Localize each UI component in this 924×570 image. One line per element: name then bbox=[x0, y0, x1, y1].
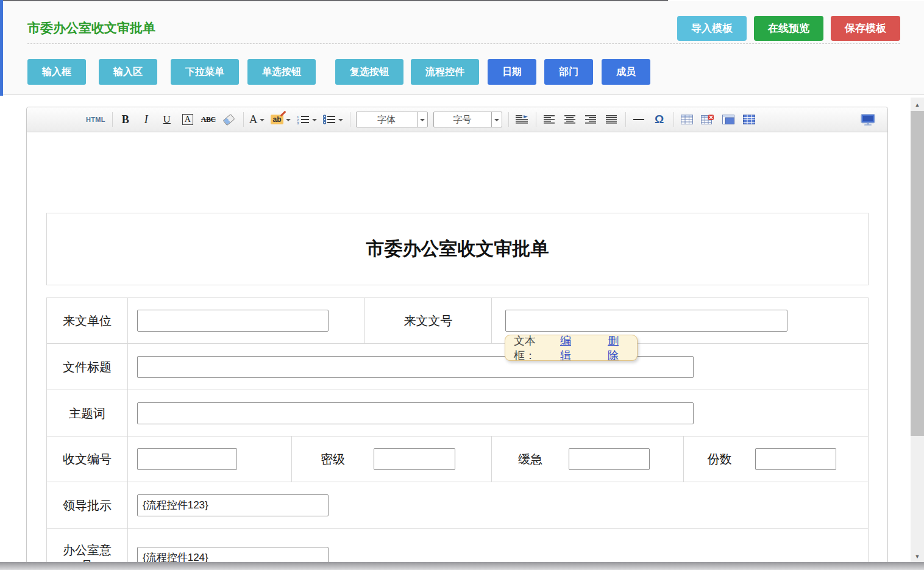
widget-dropdown-button[interactable]: 下拉菜单 bbox=[171, 59, 239, 85]
widget-date-button[interactable]: 日期 bbox=[488, 59, 536, 85]
document-title: 市委办公室收文审批单 bbox=[366, 237, 549, 262]
chevron-down-icon[interactable] bbox=[417, 112, 427, 127]
table-cell bbox=[128, 482, 868, 528]
bold-icon[interactable]: B bbox=[118, 112, 133, 127]
doc-number-input[interactable] bbox=[505, 310, 787, 332]
unordered-list-glyph bbox=[323, 115, 336, 124]
indent-icon[interactable] bbox=[514, 112, 529, 127]
delete-table-icon[interactable] bbox=[700, 112, 715, 127]
table-cell bbox=[128, 344, 868, 390]
label-subject-words: 主题词 bbox=[47, 390, 128, 436]
editor-toolbar: HTML B I U A ABC A ab 1 2 3 bbox=[27, 107, 887, 132]
document-form-table: 来文单位 来文文号 文件标题 主题词 bbox=[46, 297, 869, 570]
subject-words-input[interactable] bbox=[137, 402, 694, 424]
label-secrecy: 密级 bbox=[292, 451, 374, 468]
widget-input-box-button[interactable]: 输入框 bbox=[27, 59, 86, 85]
editor-canvas[interactable]: 市委办公室收文审批单 来文单位 来文文号 文件标题 bbox=[27, 132, 887, 570]
scroll-down-arrow-icon[interactable]: ▼ bbox=[911, 553, 924, 560]
sender-unit-input[interactable] bbox=[137, 310, 329, 332]
widget-button-row: 输入框 输入区 下拉菜单 单选按钮 复选按钮 流程控件 日期 部门 成员 bbox=[27, 59, 650, 85]
table-cell bbox=[128, 436, 292, 482]
table-cell-properties-icon[interactable] bbox=[721, 112, 736, 127]
strikethrough-icon[interactable]: ABC bbox=[201, 112, 216, 127]
table-row: 收文编号 密级 缓急 份数 bbox=[47, 436, 868, 482]
table-cell: 密级 bbox=[292, 436, 492, 482]
chevron-down-icon bbox=[312, 119, 317, 124]
scrollbar-thumb[interactable] bbox=[911, 111, 924, 436]
window-bottom-edge bbox=[0, 562, 924, 570]
highlight-color-icon[interactable]: ab bbox=[271, 112, 290, 127]
tooltip-edit-link[interactable]: 编辑 bbox=[560, 333, 581, 363]
toolbar-separator bbox=[673, 112, 674, 127]
document-title-cell: 市委办公室收文审批单 bbox=[46, 213, 869, 285]
ordered-list-icon[interactable]: 1 2 3 bbox=[297, 112, 317, 127]
widget-department-button[interactable]: 部门 bbox=[544, 59, 593, 85]
fullscreen-icon[interactable] bbox=[861, 112, 875, 127]
table-row: 领导批示 bbox=[47, 482, 868, 529]
underline-icon[interactable]: U bbox=[160, 112, 174, 127]
indent-glyph bbox=[516, 115, 528, 124]
toolbar-separator bbox=[508, 112, 509, 127]
widget-radio-button[interactable]: 单选按钮 bbox=[247, 59, 316, 85]
italic-icon[interactable]: I bbox=[139, 112, 154, 127]
background-window-stripe bbox=[0, 0, 3, 96]
label-copies: 份数 bbox=[684, 451, 755, 468]
table-cell: 缓急 bbox=[492, 436, 684, 482]
monitor-icon bbox=[861, 114, 875, 126]
urgency-input[interactable] bbox=[569, 448, 650, 470]
widget-action-tooltip: 文本框： 编辑 删除 bbox=[505, 335, 638, 361]
chevron-down-icon bbox=[286, 119, 291, 124]
widget-input-area-button[interactable]: 输入区 bbox=[99, 59, 157, 85]
font-color-icon[interactable]: A bbox=[249, 112, 265, 127]
label-leader-note: 领导批示 bbox=[47, 482, 128, 528]
font-size-select[interactable]: 字号 bbox=[433, 112, 502, 127]
leader-note-input[interactable] bbox=[137, 494, 329, 516]
special-character-icon[interactable]: Ω bbox=[652, 112, 667, 127]
widget-member-button[interactable]: 成员 bbox=[602, 59, 650, 85]
vertical-scrollbar[interactable]: ▲ ▼ bbox=[911, 98, 924, 570]
toolbar-separator bbox=[350, 112, 350, 127]
secrecy-input[interactable] bbox=[374, 448, 455, 470]
label-sender-unit: 来文单位 bbox=[47, 298, 128, 343]
save-template-button[interactable]: 保存模板 bbox=[831, 16, 900, 41]
table-row: 文件标题 bbox=[47, 344, 868, 390]
dashed-divider bbox=[27, 43, 900, 44]
eraser-icon bbox=[223, 113, 235, 125]
html-source-icon[interactable]: HTML bbox=[86, 112, 105, 127]
toolbar-separator bbox=[625, 112, 626, 127]
receive-number-input[interactable] bbox=[137, 448, 237, 470]
chevron-down-icon[interactable] bbox=[491, 112, 502, 127]
import-template-button[interactable]: 导入模板 bbox=[677, 16, 747, 41]
chevron-down-icon bbox=[260, 119, 265, 124]
ordered-list-glyph: 1 2 3 bbox=[297, 115, 310, 124]
format-block-icon[interactable]: A bbox=[182, 114, 193, 125]
font-family-select[interactable]: 字体 bbox=[356, 112, 428, 127]
remove-format-icon[interactable] bbox=[222, 112, 236, 127]
online-preview-button[interactable]: 在线预览 bbox=[754, 16, 823, 41]
horizontal-rule-icon[interactable] bbox=[631, 112, 646, 127]
toolbar-separator bbox=[536, 112, 536, 127]
table-properties-icon[interactable] bbox=[742, 112, 756, 127]
copies-input[interactable] bbox=[755, 448, 836, 470]
rich-text-editor: HTML B I U A ABC A ab 1 2 3 bbox=[26, 107, 888, 570]
header-divider bbox=[0, 94, 924, 95]
align-justify-icon[interactable] bbox=[604, 112, 619, 127]
label-receive-number: 收文编号 bbox=[47, 436, 128, 482]
table-row: 主题词 bbox=[47, 390, 868, 436]
header-actions: 导入模板 在线预览 保存模板 bbox=[677, 16, 900, 41]
label-file-title: 文件标题 bbox=[47, 344, 128, 390]
scroll-up-arrow-icon[interactable]: ▲ bbox=[911, 101, 924, 109]
window-top-edge bbox=[0, 0, 668, 1]
align-left-icon[interactable] bbox=[542, 112, 556, 127]
widget-flow-control-button[interactable]: 流程控件 bbox=[411, 59, 479, 85]
insert-table-icon[interactable] bbox=[680, 112, 694, 127]
unordered-list-icon[interactable] bbox=[323, 112, 343, 127]
label-doc-number: 来文文号 bbox=[365, 298, 492, 343]
align-center-icon[interactable] bbox=[563, 112, 577, 127]
tooltip-delete-link[interactable]: 删除 bbox=[608, 333, 628, 363]
align-right-icon[interactable] bbox=[583, 112, 598, 127]
svg-text:3: 3 bbox=[297, 121, 299, 125]
toolbar-separator bbox=[112, 112, 113, 127]
table-cell: 份数 bbox=[684, 436, 868, 482]
widget-checkbox-button[interactable]: 复选按钮 bbox=[335, 59, 403, 85]
